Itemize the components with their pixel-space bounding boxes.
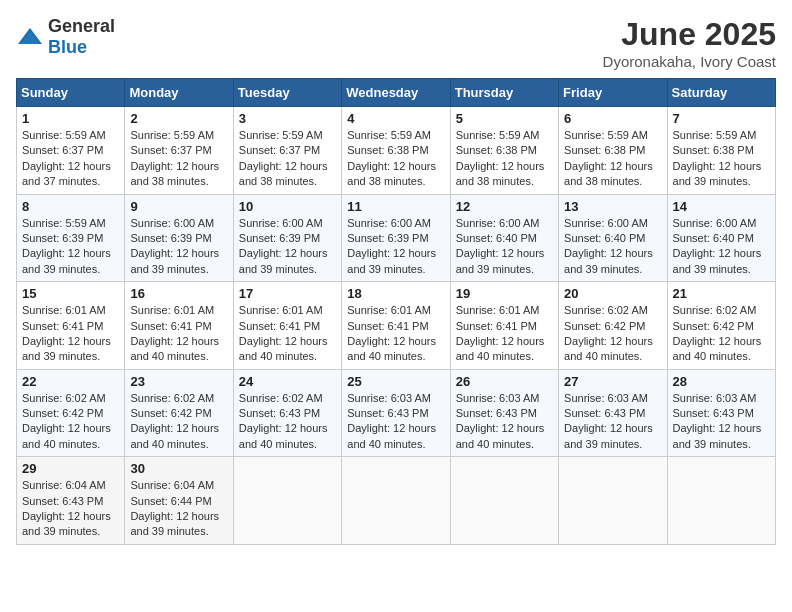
daylight-label: Daylight: 12 hours (22, 335, 111, 347)
sunset-label: Sunset: 6:41 PM (456, 320, 537, 332)
daylight-minutes: and 40 minutes. (456, 438, 534, 450)
calendar-week-row: 22 Sunrise: 6:02 AM Sunset: 6:42 PM Dayl… (17, 369, 776, 457)
daylight-minutes: and 39 minutes. (22, 263, 100, 275)
daylight-label: Daylight: 12 hours (456, 335, 545, 347)
sunset-label: Sunset: 6:42 PM (564, 320, 645, 332)
daylight-minutes: and 39 minutes. (347, 263, 425, 275)
table-row (667, 457, 775, 545)
sunset-label: Sunset: 6:39 PM (239, 232, 320, 244)
table-row: 30 Sunrise: 6:04 AM Sunset: 6:44 PM Dayl… (125, 457, 233, 545)
sunset-label: Sunset: 6:42 PM (22, 407, 103, 419)
sunset-label: Sunset: 6:37 PM (239, 144, 320, 156)
table-row: 14 Sunrise: 6:00 AM Sunset: 6:40 PM Dayl… (667, 194, 775, 282)
table-row: 2 Sunrise: 5:59 AM Sunset: 6:37 PM Dayli… (125, 107, 233, 195)
daylight-minutes: and 40 minutes. (347, 350, 425, 362)
sunset-label: Sunset: 6:38 PM (347, 144, 428, 156)
day-info: Sunrise: 6:04 AM Sunset: 6:44 PM Dayligh… (130, 478, 227, 540)
sunset-label: Sunset: 6:37 PM (130, 144, 211, 156)
sunrise-label: Sunrise: 6:01 AM (347, 304, 431, 316)
table-row (450, 457, 558, 545)
day-number: 28 (673, 374, 770, 389)
day-number: 24 (239, 374, 336, 389)
daylight-label: Daylight: 12 hours (347, 247, 436, 259)
col-sunday: Sunday (17, 79, 125, 107)
table-row: 11 Sunrise: 6:00 AM Sunset: 6:39 PM Dayl… (342, 194, 450, 282)
daylight-minutes: and 39 minutes. (130, 263, 208, 275)
daylight-minutes: and 38 minutes. (130, 175, 208, 187)
sunset-label: Sunset: 6:43 PM (673, 407, 754, 419)
daylight-minutes: and 38 minutes. (239, 175, 317, 187)
daylight-minutes: and 39 minutes. (673, 263, 751, 275)
header: General Blue June 2025 Dyoronakaha, Ivor… (16, 16, 776, 70)
day-info: Sunrise: 5:59 AM Sunset: 6:37 PM Dayligh… (239, 128, 336, 190)
day-number: 29 (22, 461, 119, 476)
day-info: Sunrise: 6:01 AM Sunset: 6:41 PM Dayligh… (347, 303, 444, 365)
table-row: 5 Sunrise: 5:59 AM Sunset: 6:38 PM Dayli… (450, 107, 558, 195)
sunset-label: Sunset: 6:42 PM (130, 407, 211, 419)
day-info: Sunrise: 6:02 AM Sunset: 6:42 PM Dayligh… (673, 303, 770, 365)
sunset-label: Sunset: 6:37 PM (22, 144, 103, 156)
day-info: Sunrise: 5:59 AM Sunset: 6:38 PM Dayligh… (564, 128, 661, 190)
day-number: 15 (22, 286, 119, 301)
col-wednesday: Wednesday (342, 79, 450, 107)
day-number: 26 (456, 374, 553, 389)
sunset-label: Sunset: 6:43 PM (22, 495, 103, 507)
day-info: Sunrise: 6:01 AM Sunset: 6:41 PM Dayligh… (130, 303, 227, 365)
day-number: 19 (456, 286, 553, 301)
month-title: June 2025 (603, 16, 776, 53)
sunrise-label: Sunrise: 6:01 AM (456, 304, 540, 316)
sunrise-label: Sunrise: 5:59 AM (564, 129, 648, 141)
calendar: Sunday Monday Tuesday Wednesday Thursday… (16, 78, 776, 545)
sunset-label: Sunset: 6:42 PM (673, 320, 754, 332)
daylight-label: Daylight: 12 hours (673, 247, 762, 259)
sunset-label: Sunset: 6:41 PM (130, 320, 211, 332)
day-number: 8 (22, 199, 119, 214)
daylight-label: Daylight: 12 hours (22, 422, 111, 434)
day-number: 1 (22, 111, 119, 126)
daylight-label: Daylight: 12 hours (673, 422, 762, 434)
day-info: Sunrise: 6:00 AM Sunset: 6:39 PM Dayligh… (347, 216, 444, 278)
table-row: 6 Sunrise: 5:59 AM Sunset: 6:38 PM Dayli… (559, 107, 667, 195)
location-title: Dyoronakaha, Ivory Coast (603, 53, 776, 70)
table-row: 20 Sunrise: 6:02 AM Sunset: 6:42 PM Dayl… (559, 282, 667, 370)
calendar-week-row: 1 Sunrise: 5:59 AM Sunset: 6:37 PM Dayli… (17, 107, 776, 195)
day-info: Sunrise: 6:03 AM Sunset: 6:43 PM Dayligh… (673, 391, 770, 453)
day-number: 21 (673, 286, 770, 301)
day-number: 3 (239, 111, 336, 126)
calendar-week-row: 15 Sunrise: 6:01 AM Sunset: 6:41 PM Dayl… (17, 282, 776, 370)
daylight-label: Daylight: 12 hours (130, 335, 219, 347)
day-info: Sunrise: 5:59 AM Sunset: 6:38 PM Dayligh… (347, 128, 444, 190)
day-number: 10 (239, 199, 336, 214)
daylight-label: Daylight: 12 hours (456, 247, 545, 259)
day-number: 18 (347, 286, 444, 301)
table-row: 22 Sunrise: 6:02 AM Sunset: 6:42 PM Dayl… (17, 369, 125, 457)
daylight-label: Daylight: 12 hours (239, 247, 328, 259)
daylight-label: Daylight: 12 hours (130, 510, 219, 522)
daylight-label: Daylight: 12 hours (22, 160, 111, 172)
table-row: 19 Sunrise: 6:01 AM Sunset: 6:41 PM Dayl… (450, 282, 558, 370)
day-info: Sunrise: 5:59 AM Sunset: 6:38 PM Dayligh… (673, 128, 770, 190)
logo-general: General (48, 16, 115, 36)
sunrise-label: Sunrise: 6:03 AM (564, 392, 648, 404)
col-tuesday: Tuesday (233, 79, 341, 107)
logo-icon (16, 26, 44, 48)
table-row: 23 Sunrise: 6:02 AM Sunset: 6:42 PM Dayl… (125, 369, 233, 457)
daylight-label: Daylight: 12 hours (22, 247, 111, 259)
sunrise-label: Sunrise: 6:02 AM (130, 392, 214, 404)
day-info: Sunrise: 6:00 AM Sunset: 6:39 PM Dayligh… (130, 216, 227, 278)
daylight-label: Daylight: 12 hours (673, 335, 762, 347)
sunset-label: Sunset: 6:39 PM (22, 232, 103, 244)
day-info: Sunrise: 6:01 AM Sunset: 6:41 PM Dayligh… (239, 303, 336, 365)
daylight-minutes: and 40 minutes. (130, 438, 208, 450)
table-row: 15 Sunrise: 6:01 AM Sunset: 6:41 PM Dayl… (17, 282, 125, 370)
day-info: Sunrise: 6:03 AM Sunset: 6:43 PM Dayligh… (347, 391, 444, 453)
table-row: 3 Sunrise: 5:59 AM Sunset: 6:37 PM Dayli… (233, 107, 341, 195)
table-row (342, 457, 450, 545)
sunset-label: Sunset: 6:41 PM (347, 320, 428, 332)
day-number: 17 (239, 286, 336, 301)
sunset-label: Sunset: 6:39 PM (347, 232, 428, 244)
daylight-label: Daylight: 12 hours (456, 422, 545, 434)
title-area: June 2025 Dyoronakaha, Ivory Coast (603, 16, 776, 70)
day-info: Sunrise: 5:59 AM Sunset: 6:39 PM Dayligh… (22, 216, 119, 278)
day-number: 7 (673, 111, 770, 126)
